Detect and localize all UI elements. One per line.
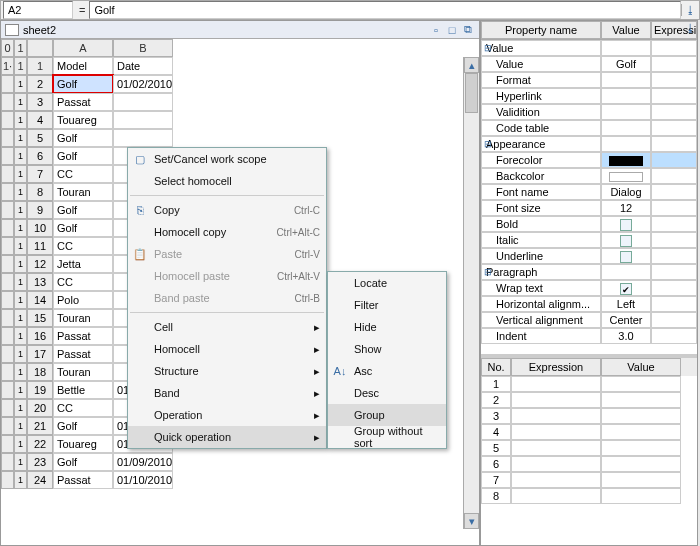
property-value[interactable]: Golf <box>601 56 651 72</box>
property-expr[interactable] <box>651 216 697 232</box>
rownum-header[interactable] <box>27 39 53 57</box>
cell-a[interactable]: Passat <box>53 93 113 111</box>
row-number[interactable]: 21 <box>27 417 53 435</box>
cell-a[interactable]: CC <box>53 237 113 255</box>
property-value[interactable] <box>601 88 651 104</box>
property-row[interactable]: Hyperlink <box>481 88 697 104</box>
outline-cell[interactable] <box>1 129 14 147</box>
property-row[interactable]: Font size12 <box>481 200 697 216</box>
row-1-header[interactable]: 1 <box>27 57 53 75</box>
level-0-button[interactable]: 0 <box>1 39 14 57</box>
property-value[interactable] <box>601 72 651 88</box>
property-row[interactable]: Font nameDialog <box>481 184 697 200</box>
cell-a[interactable]: Touran <box>53 309 113 327</box>
cell-a[interactable]: Golf <box>53 75 113 93</box>
cell-reference-input[interactable] <box>3 1 73 19</box>
property-row[interactable]: Validition <box>481 104 697 120</box>
property-expr[interactable] <box>651 248 697 264</box>
outline-cell[interactable]: 1 <box>14 453 27 471</box>
menu-item[interactable]: Hide <box>328 316 446 338</box>
formula-dropdown-icon[interactable]: ⭳ <box>681 4 699 16</box>
menu-item[interactable]: Filter <box>328 294 446 316</box>
row-number[interactable]: 16 <box>27 327 53 345</box>
cell-a[interactable]: Passat <box>53 327 113 345</box>
expression-row[interactable]: 3 <box>481 408 697 424</box>
menu-item[interactable]: A↓Asc <box>328 360 446 382</box>
menu-item[interactable]: Group without sort <box>328 426 446 448</box>
expression-row[interactable]: 4 <box>481 424 697 440</box>
outline-cell[interactable] <box>1 345 14 363</box>
menu-item[interactable]: Quick operation▸ <box>128 426 326 448</box>
property-group[interactable]: ⊟Paragraph <box>481 264 697 280</box>
property-row[interactable]: Bold <box>481 216 697 232</box>
outline-cell[interactable] <box>1 453 14 471</box>
cell-b[interactable]: 01/09/2010 <box>113 453 173 471</box>
expr-cell[interactable] <box>511 456 601 472</box>
outline-cell[interactable]: 1 <box>14 309 27 327</box>
outline-cell[interactable] <box>1 75 14 93</box>
row-number[interactable]: 13 <box>27 273 53 291</box>
expr-value[interactable] <box>601 472 681 488</box>
menu-item[interactable]: Desc <box>328 382 446 404</box>
property-value[interactable] <box>601 40 651 56</box>
outline-cell[interactable]: 1 <box>14 381 27 399</box>
property-value[interactable] <box>601 168 651 184</box>
property-row[interactable]: ValueGolf <box>481 56 697 72</box>
expr-cell[interactable] <box>511 440 601 456</box>
outline-cell[interactable] <box>1 219 14 237</box>
outline-cell[interactable] <box>1 147 14 165</box>
outline-cell[interactable]: 1 <box>14 345 27 363</box>
row-number[interactable]: 20 <box>27 399 53 417</box>
cell-b[interactable]: 01/02/2010 <box>113 75 173 93</box>
expression-row[interactable]: 8 <box>481 488 697 504</box>
row-number[interactable]: 12 <box>27 255 53 273</box>
cell-b[interactable]: 01/10/2010 <box>113 471 173 489</box>
property-expr[interactable] <box>651 40 697 56</box>
outline-cell[interactable]: 1 <box>14 93 27 111</box>
outline-cell[interactable]: 1 <box>14 165 27 183</box>
outline-cell[interactable] <box>1 237 14 255</box>
property-value[interactable] <box>601 280 651 296</box>
level-side-1[interactable]: 1· <box>1 57 14 75</box>
menu-item[interactable]: Operation▸ <box>128 404 326 426</box>
menu-item[interactable]: Band▸ <box>128 382 326 404</box>
outline-cell[interactable]: 1 <box>14 75 27 93</box>
outline-cell[interactable] <box>1 201 14 219</box>
menu-item[interactable]: ▢Set/Cancel work scope <box>128 148 326 170</box>
menu-item[interactable]: Structure▸ <box>128 360 326 382</box>
cell-a[interactable]: Golf <box>53 201 113 219</box>
outline-cell[interactable]: 1 <box>14 417 27 435</box>
outline-cell[interactable]: 1 <box>14 255 27 273</box>
row-number[interactable]: 14 <box>27 291 53 309</box>
cell-a[interactable]: Golf <box>53 453 113 471</box>
outline-cell[interactable] <box>1 471 14 489</box>
outline-cell[interactable]: 1 <box>14 435 27 453</box>
outline-cell[interactable]: 1 <box>14 147 27 165</box>
outline-cell[interactable]: 1 <box>14 399 27 417</box>
outline-cell[interactable]: 1 <box>14 183 27 201</box>
menu-item[interactable]: Group <box>328 404 446 426</box>
menu-item[interactable]: ⎘CopyCtrl-C <box>128 199 326 221</box>
property-expr[interactable] <box>651 280 697 296</box>
property-row[interactable]: Italic <box>481 232 697 248</box>
expression-row[interactable]: 1 <box>481 376 697 392</box>
cell-a[interactable]: Touran <box>53 183 113 201</box>
property-row[interactable]: Wrap text <box>481 280 697 296</box>
row-number[interactable]: 2 <box>27 75 53 93</box>
row-number[interactable]: 3 <box>27 93 53 111</box>
outline-cell[interactable]: 1 <box>14 291 27 309</box>
outline-cell[interactable] <box>1 399 14 417</box>
property-row[interactable]: Format <box>481 72 697 88</box>
menu-item[interactable]: Cell▸ <box>128 316 326 338</box>
property-expr[interactable] <box>651 312 697 328</box>
property-expr[interactable] <box>651 56 697 72</box>
property-value[interactable] <box>601 120 651 136</box>
scroll-down-icon[interactable]: ⭳ <box>685 22 697 36</box>
menu-item[interactable]: Homocell pasteCtrl+Alt-V <box>128 265 326 287</box>
tree-toggle-icon[interactable]: ⊟ <box>484 137 492 151</box>
outline-cell[interactable]: 1 <box>14 201 27 219</box>
property-value[interactable] <box>601 232 651 248</box>
cell-a[interactable]: Bettle <box>53 381 113 399</box>
cell-a[interactable]: Golf <box>53 129 113 147</box>
outline-cell[interactable]: 1 <box>14 273 27 291</box>
